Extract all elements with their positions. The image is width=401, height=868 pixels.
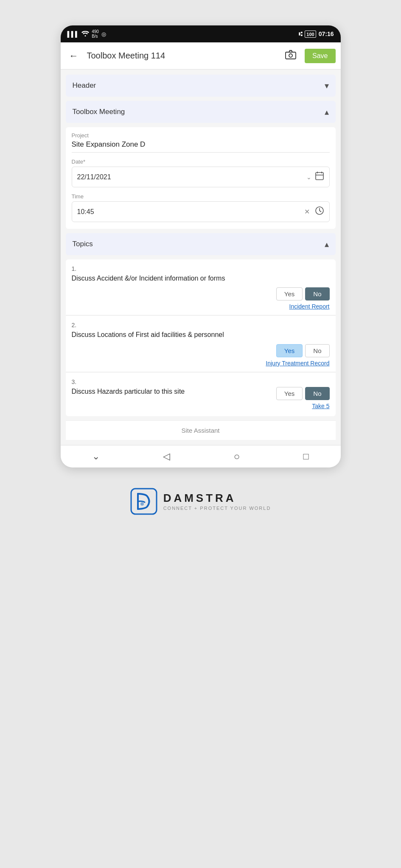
nav-chevron-icon[interactable]: ⌄ xyxy=(92,451,100,462)
back-button[interactable]: ← xyxy=(66,49,82,63)
project-label: Project xyxy=(72,132,330,139)
calendar-icon xyxy=(315,171,324,183)
date-field-row: Date* 22/11/2021 ⌄ xyxy=(72,159,330,187)
header-section-toggle[interactable]: Header ▾ xyxy=(66,75,336,97)
topic-item-3: 3. Discuss Hazards particular to this si… xyxy=(66,373,336,415)
page-title: Toolbox Meeting 114 xyxy=(87,51,277,61)
topics-chevron-icon: ▴ xyxy=(325,239,329,249)
status-left: ▌▌▌ 490B/s ◎ xyxy=(67,29,106,39)
topic-1-controls: Yes No xyxy=(72,287,330,300)
clock-icon xyxy=(315,206,324,217)
status-right: ⑆ 100 07:16 xyxy=(299,31,334,38)
time-field-row: Time 10:45 ✕ xyxy=(72,193,330,222)
damstra-name: DAMSTRA xyxy=(163,492,271,505)
date-label: Date* xyxy=(72,159,330,165)
camera-button[interactable] xyxy=(282,48,300,64)
topic-2-yes-button[interactable]: Yes xyxy=(276,344,303,357)
time-display: 07:16 xyxy=(319,31,334,37)
topic-item-2: 2. Discuss Locations of First aid facili… xyxy=(66,316,336,372)
site-assistant-bar: Site Assistant xyxy=(66,420,336,440)
main-content: Header ▾ Toolbox Meeting ▴ Project Site … xyxy=(61,70,341,445)
svg-point-1 xyxy=(289,54,292,57)
form-section: Project Site Expansion Zone D Date* 22/1… xyxy=(66,127,336,229)
date-input[interactable]: 22/11/2021 ⌄ xyxy=(72,167,330,187)
toolbox-chevron-icon: ▴ xyxy=(325,107,329,117)
topic-3-yes-button[interactable]: Yes xyxy=(276,387,303,400)
topic-3-number: 3. xyxy=(72,378,330,385)
topic-1-number: 1. xyxy=(72,265,330,272)
save-button[interactable]: Save xyxy=(305,49,335,63)
nav-home-icon[interactable]: ○ xyxy=(234,451,240,462)
topic-2-number: 2. xyxy=(72,322,330,328)
damstra-d-svg xyxy=(130,488,157,515)
toolbox-section-toggle[interactable]: Toolbox Meeting ▴ xyxy=(66,101,336,123)
project-value: Site Expansion Zone D xyxy=(72,140,330,153)
time-value: 10:45 xyxy=(77,208,304,216)
svg-rect-0 xyxy=(286,52,296,59)
header-chevron-icon: ▾ xyxy=(325,81,329,91)
nav-square-icon[interactable]: □ xyxy=(303,451,309,462)
app-header: ← Toolbox Meeting 114 Save xyxy=(61,42,341,70)
site-assistant-label: Site Assistant xyxy=(181,427,219,434)
topic-1-no-button[interactable]: No xyxy=(305,287,329,300)
topic-2-no-button[interactable]: No xyxy=(305,344,329,357)
topic-item-1: 1. Discuss Accident &/or Incident inform… xyxy=(66,259,336,315)
topic-2-description: Discuss Locations of First aid facilitie… xyxy=(72,330,330,339)
time-input[interactable]: 10:45 ✕ xyxy=(72,201,330,222)
location-icon: ◎ xyxy=(101,31,106,37)
header-section-label: Header xyxy=(73,81,96,90)
battery-icon: 100 xyxy=(305,31,316,38)
date-dropdown-icon: ⌄ xyxy=(306,174,311,181)
svg-rect-2 xyxy=(316,172,323,180)
topics-section-label: Topics xyxy=(73,240,93,248)
topic-3-no-button[interactable]: No xyxy=(305,387,329,400)
topic-1-yes-button[interactable]: Yes xyxy=(276,287,303,300)
topic-2-link[interactable]: Injury Treatment Record xyxy=(72,360,330,367)
topic-3-description: Discuss Hazards particular to this site xyxy=(72,387,272,396)
topic-2-controls: Yes No xyxy=(72,344,330,357)
topic-1-description: Discuss Accident &/or Incident informati… xyxy=(72,274,330,283)
topic-3-link[interactable]: Take 5 xyxy=(72,403,330,409)
date-value: 22/11/2021 xyxy=(77,173,306,181)
damstra-tagline: CONNECT + PROTECT YOUR WORLD xyxy=(163,506,271,511)
nav-back-icon[interactable]: ◁ xyxy=(163,451,170,462)
damstra-text-block: DAMSTRA CONNECT + PROTECT YOUR WORLD xyxy=(163,492,271,511)
vibrate-icon: ⑆ xyxy=(299,31,302,37)
time-clear-icon[interactable]: ✕ xyxy=(304,208,310,216)
svg-point-8 xyxy=(140,502,144,506)
data-speed: 490B/s xyxy=(92,29,99,39)
branding: DAMSTRA CONNECT + PROTECT YOUR WORLD xyxy=(130,488,271,515)
nav-bar: ⌄ ◁ ○ □ xyxy=(61,445,341,467)
topics-section-toggle[interactable]: Topics ▴ xyxy=(66,233,336,255)
toolbox-section-label: Toolbox Meeting xyxy=(73,108,125,116)
wifi-icon xyxy=(81,31,89,38)
signal-icon: ▌▌▌ xyxy=(67,31,79,37)
damstra-logo: DAMSTRA CONNECT + PROTECT YOUR WORLD xyxy=(130,488,271,515)
topics-list: 1. Discuss Accident &/or Incident inform… xyxy=(66,259,336,416)
time-label: Time xyxy=(72,193,330,200)
status-bar: ▌▌▌ 490B/s ◎ ⑆ 100 07:16 xyxy=(61,25,341,42)
topic-1-link[interactable]: Incident Report xyxy=(72,303,330,310)
